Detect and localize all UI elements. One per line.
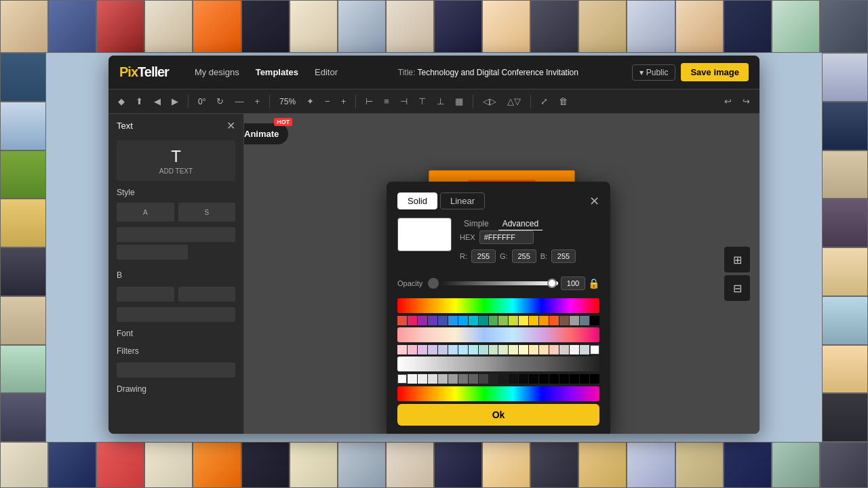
animate-button[interactable]: Animate HOT xyxy=(244,123,288,144)
swatch[interactable] xyxy=(458,345,468,354)
swatch[interactable] xyxy=(469,316,478,325)
toolbar-zoom-plus[interactable]: + xyxy=(337,94,351,109)
swatch[interactable] xyxy=(469,345,478,354)
toolbar-redo-btn[interactable]: ↪ xyxy=(738,94,754,109)
cp-type-advanced[interactable]: Advanced xyxy=(498,218,542,230)
cp-opacity-track[interactable] xyxy=(441,281,558,285)
swatch[interactable] xyxy=(448,345,458,354)
swatch[interactable] xyxy=(570,316,579,325)
swatch[interactable] xyxy=(458,316,468,325)
swatch[interactable] xyxy=(397,345,407,354)
swatch[interactable] xyxy=(570,374,579,384)
swatch[interactable] xyxy=(438,345,448,354)
public-button[interactable]: ▾ Public xyxy=(632,64,676,81)
swatch[interactable] xyxy=(418,345,427,354)
swatch[interactable] xyxy=(539,345,549,354)
swatch[interactable] xyxy=(428,345,437,354)
swatch[interactable] xyxy=(539,374,549,384)
align-opt[interactable]: A xyxy=(117,203,174,222)
cp-tab-linear[interactable]: Linear xyxy=(440,192,485,209)
swatch[interactable] xyxy=(519,374,528,384)
opacity-toggle[interactable] xyxy=(428,278,439,289)
swatch[interactable] xyxy=(590,345,599,354)
swatch[interactable] xyxy=(529,316,538,325)
swatch[interactable] xyxy=(549,345,559,354)
swatch[interactable] xyxy=(580,374,589,384)
swatch[interactable] xyxy=(479,345,488,354)
swatch[interactable] xyxy=(580,345,589,354)
cp-r-input[interactable] xyxy=(471,249,496,263)
cp-b-input[interactable] xyxy=(551,249,576,263)
border-section[interactable]: B xyxy=(108,266,243,284)
swatch[interactable] xyxy=(397,316,407,325)
add-text-block[interactable]: T ADD TEXT xyxy=(117,140,235,181)
filters-section[interactable]: Filters xyxy=(108,342,243,360)
toolbar-align-top[interactable]: ⊤ xyxy=(414,94,430,109)
toolbar-sparkle-btn[interactable]: ✦ xyxy=(302,94,318,109)
toolbar-align-right[interactable]: ⊣ xyxy=(396,94,412,109)
swatch[interactable] xyxy=(489,316,498,325)
add-layer-btn[interactable]: ⊞ xyxy=(724,247,750,272)
swatch[interactable] xyxy=(498,345,508,354)
swatch[interactable] xyxy=(448,374,458,384)
cp-type-simple[interactable]: Simple xyxy=(460,218,493,230)
drawing-section[interactable]: Drawing xyxy=(108,380,243,398)
swatch[interactable] xyxy=(549,374,559,384)
toolbar-mirror-h[interactable]: ◁▷ xyxy=(479,94,500,109)
toolbar-minus-btn[interactable]: — xyxy=(231,94,248,109)
panel-close-btn[interactable]: ✕ xyxy=(226,119,235,132)
cp-tab-solid[interactable]: Solid xyxy=(397,192,437,209)
swatch[interactable] xyxy=(418,374,427,384)
nav-editor[interactable]: Editor xyxy=(308,64,344,80)
cp-hex-input[interactable] xyxy=(479,230,534,244)
swatch[interactable] xyxy=(529,374,538,384)
toolbar-align-center[interactable]: ≡ xyxy=(380,94,393,109)
swatch[interactable] xyxy=(519,345,528,354)
font-section[interactable]: Font xyxy=(108,325,243,342)
toolbar-shape-btn[interactable]: ◆ xyxy=(114,94,129,109)
toolbar-move-btn[interactable]: ⬆ xyxy=(132,94,147,109)
toolbar-plus-btn[interactable]: + xyxy=(250,94,264,109)
cp-close-btn[interactable]: ✕ xyxy=(589,194,599,209)
toolbar-expand-btn[interactable]: ⤢ xyxy=(536,94,552,109)
swatch[interactable] xyxy=(590,316,599,325)
swatch[interactable] xyxy=(428,374,437,384)
swatch[interactable] xyxy=(438,316,448,325)
swatch[interactable] xyxy=(408,374,417,384)
swatch[interactable] xyxy=(448,316,458,325)
toolbar-rotate-btn[interactable]: ↻ xyxy=(212,94,228,109)
swatch[interactable] xyxy=(509,316,518,325)
swatch[interactable] xyxy=(498,316,508,325)
swatch[interactable] xyxy=(559,345,569,354)
toolbar-right-btn[interactable]: ▶ xyxy=(167,94,182,109)
cp-opacity-input[interactable] xyxy=(561,277,585,290)
swatch[interactable] xyxy=(408,316,417,325)
swatch[interactable] xyxy=(509,345,518,354)
swatch[interactable] xyxy=(418,316,427,325)
swatch[interactable] xyxy=(408,345,417,354)
swatch[interactable] xyxy=(489,345,498,354)
swatch[interactable] xyxy=(590,374,599,384)
swatch[interactable] xyxy=(498,374,508,384)
swatch[interactable] xyxy=(549,316,559,325)
size-opt[interactable]: S xyxy=(178,203,236,222)
swatch[interactable] xyxy=(469,374,478,384)
style-section[interactable]: Style xyxy=(108,184,243,201)
resize-btn[interactable]: ⊟ xyxy=(724,275,750,301)
toolbar-left-btn[interactable]: ◀ xyxy=(150,94,165,109)
swatch[interactable] xyxy=(479,374,488,384)
swatch[interactable] xyxy=(580,316,589,325)
swatch[interactable] xyxy=(529,345,538,354)
toolbar-align-left[interactable]: ⊢ xyxy=(361,94,377,109)
toolbar-undo-btn[interactable]: ↩ xyxy=(720,94,736,109)
toolbar-delete-btn[interactable]: 🗑 xyxy=(555,94,572,109)
swatch[interactable] xyxy=(570,345,579,354)
toolbar-align-bottom[interactable]: ⊥ xyxy=(433,94,448,109)
swatch[interactable] xyxy=(559,374,569,384)
save-image-button[interactable]: Save image xyxy=(681,63,749,81)
toolbar-mirror-v[interactable]: △▽ xyxy=(503,94,525,109)
swatch[interactable] xyxy=(559,316,569,325)
swatch[interactable] xyxy=(397,374,407,384)
cp-ok-button[interactable]: Ok xyxy=(397,404,599,426)
swatch[interactable] xyxy=(458,374,468,384)
